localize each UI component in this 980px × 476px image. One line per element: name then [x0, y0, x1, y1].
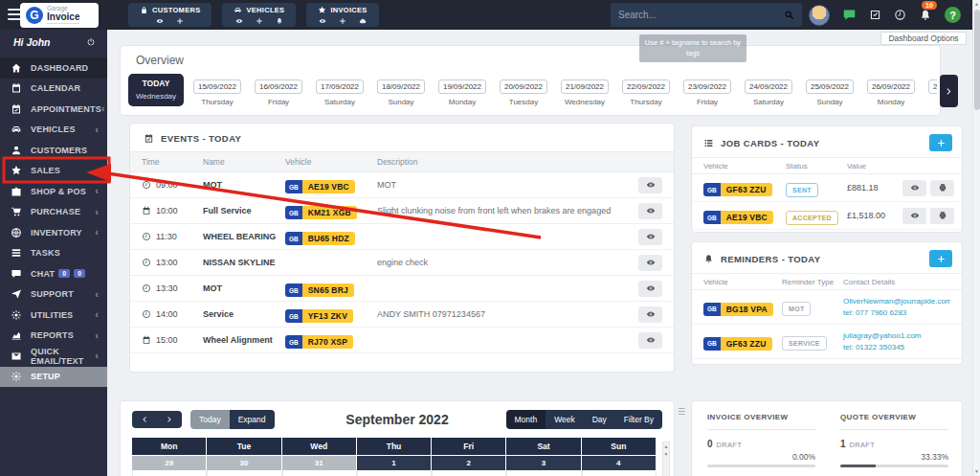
nav-customers-button[interactable]: CUSTOMERS	[128, 3, 212, 27]
sidebar-item-reports[interactable]: REPORTS‹	[0, 326, 107, 347]
calendar-day-cell[interactable]: 1	[357, 455, 432, 470]
view-event-button[interactable]	[638, 306, 662, 323]
vehicle-plate[interactable]: GBRJ70 XSP	[285, 335, 353, 349]
avatar[interactable]	[809, 5, 830, 26]
calendar-day-cell[interactable]: 31	[282, 455, 357, 470]
calendar-view-filter-by[interactable]: Filter By	[615, 410, 662, 429]
vehicle-plate[interactable]: GBGF63 ZZU	[703, 337, 772, 351]
calendar-empty-cell[interactable]	[282, 470, 357, 476]
add-reminder-button[interactable]	[929, 250, 952, 267]
date-button[interactable]: 20/09/2022Tuesday	[496, 74, 551, 106]
scroll-up-arrow[interactable]: ▲	[973, 0, 980, 9]
sidebar-item-quick-email-text[interactable]: QUICK EMAIL/TEXT‹	[0, 346, 107, 367]
help-icon[interactable]: ?	[945, 7, 961, 23]
date-button[interactable]: 16/09/2022Friday	[251, 74, 306, 106]
vehicle-plate[interactable]: GBAE19 VBC	[285, 180, 355, 193]
date-button[interactable]: 17/09/2022Saturday	[312, 74, 368, 106]
sidebar-item-calendar[interactable]: CALENDAR	[0, 79, 107, 100]
calendar-day-cell[interactable]: 4	[582, 455, 657, 470]
scroll-down-arrow[interactable]: ▼	[973, 467, 980, 476]
scroll-thumb[interactable]	[974, 10, 980, 110]
calendar-day-cell[interactable]: 29	[132, 455, 207, 470]
sidebar-item-chat[interactable]: CHAT00	[0, 263, 107, 284]
date-button[interactable]: 15/09/2022Thursday	[189, 74, 245, 106]
clock-icon[interactable]	[894, 9, 906, 21]
vehicle-plate[interactable]: GBBU65 HDZ	[285, 232, 355, 245]
sidebar-item-vehicles[interactable]: VEHICLES‹	[0, 120, 107, 141]
add-job-card-button[interactable]	[929, 134, 952, 151]
vehicle-plate[interactable]: GBGF63 ZZU	[703, 183, 772, 196]
calendar-empty-cell[interactable]	[207, 470, 281, 476]
eye-icon[interactable]	[319, 17, 326, 25]
cloud-icon[interactable]	[359, 17, 367, 25]
page-scrollbar[interactable]: ▲ ▼	[972, 0, 980, 476]
menu-icon[interactable]	[8, 9, 21, 20]
carousel-next-button[interactable]	[940, 75, 958, 107]
date-button[interactable]: 22/09/2022Thursday	[618, 74, 674, 106]
view-job-card-button[interactable]	[902, 208, 926, 224]
calendar-empty-cell[interactable]	[506, 470, 581, 476]
sidebar-item-customers[interactable]: CUSTOMERS	[0, 140, 107, 161]
plus-icon[interactable]	[339, 17, 346, 25]
date-button[interactable]: 27/09/2022Tuesday	[924, 74, 937, 106]
chart-menu-icon[interactable]: ☰	[678, 407, 684, 417]
bell-icon[interactable]	[919, 9, 932, 22]
plus-icon[interactable]	[176, 17, 184, 25]
sidebar-item-appointments[interactable]: APPOINTMENTS‹	[0, 99, 107, 120]
sidebar-item-setup[interactable]: SETUP	[0, 367, 107, 388]
calendar-day-cell[interactable]: 2	[432, 455, 506, 470]
date-button[interactable]: 26/09/2022Monday	[863, 74, 919, 106]
view-event-button[interactable]	[638, 229, 662, 245]
calendar-empty-cell[interactable]	[582, 470, 657, 476]
view-event-button[interactable]	[638, 255, 662, 271]
calendar-prev-button[interactable]	[132, 411, 157, 428]
search-icon[interactable]	[784, 10, 794, 20]
calendar-expand-button[interactable]: Expand	[230, 410, 275, 429]
bell-icon[interactable]	[276, 17, 283, 25]
calendar-empty-cell[interactable]	[132, 470, 207, 476]
calendar-view-month[interactable]: Month	[506, 410, 546, 429]
date-button[interactable]: 19/09/2022Monday	[434, 74, 490, 106]
search-input[interactable]	[618, 10, 784, 20]
eye-icon[interactable]	[156, 17, 164, 25]
calendar-next-button[interactable]	[157, 411, 182, 428]
sidebar-item-support[interactable]: SUPPORT‹	[0, 284, 107, 306]
nav-invoices-button[interactable]: INVOICES	[306, 3, 378, 27]
calendar-day-cell[interactable]: 3	[506, 455, 581, 470]
print-job-card-button[interactable]	[930, 208, 954, 224]
view-event-button[interactable]	[638, 332, 662, 349]
print-job-card-button[interactable]	[930, 180, 954, 196]
view-event-button[interactable]	[638, 177, 662, 193]
vehicle-plate[interactable]: GBBG18 VPA	[703, 303, 773, 316]
view-event-button[interactable]	[638, 203, 662, 219]
sidebar-item-purchase[interactable]: PURCHASE‹	[0, 202, 107, 223]
contact-email-link[interactable]: OliverNewman@jourrapide.com	[843, 296, 950, 307]
date-button[interactable]: 23/09/2022Friday	[679, 74, 735, 106]
sidebar-item-utilities[interactable]: UTILITIES‹	[0, 305, 107, 326]
sidebar-item-inventory[interactable]: INVENTORY‹	[0, 222, 107, 243]
vehicle-plate[interactable]: GBSN65 BRJ	[285, 283, 354, 297]
calendar-empty-cell[interactable]	[432, 470, 506, 476]
app-logo[interactable]: G Garage Invoice	[20, 3, 99, 28]
date-button[interactable]: 24/09/2022Saturday	[741, 74, 796, 106]
vehicle-plate[interactable]: GBYF13 ZKV	[285, 309, 353, 323]
power-icon[interactable]	[86, 37, 96, 47]
view-event-button[interactable]	[638, 281, 662, 297]
plus-icon[interactable]	[256, 17, 263, 25]
chat-icon[interactable]	[842, 8, 857, 22]
sidebar-item-shop-pos[interactable]: SHOP & POS‹	[0, 181, 107, 202]
calendar-day-cell[interactable]: 30	[207, 455, 281, 470]
nav-vehicles-button[interactable]: VEHICLES	[222, 3, 296, 27]
view-job-card-button[interactable]	[902, 180, 926, 196]
eye-icon[interactable]	[235, 17, 243, 25]
calendar-empty-cell[interactable]	[357, 470, 432, 476]
vehicle-plate[interactable]: GBKM21 XGB	[285, 206, 357, 219]
date-button-today[interactable]: TODAYWednesday	[128, 74, 184, 106]
sidebar-item-tasks[interactable]: TASKS	[0, 243, 107, 264]
date-button[interactable]: 18/09/2022Sunday	[373, 74, 429, 106]
contact-email-link[interactable]: juliagray@yahoo1.com	[843, 330, 950, 342]
calendar-view-day[interactable]: Day	[584, 410, 615, 429]
calendar-today-button[interactable]: Today	[190, 410, 230, 429]
sidebar-item-sales[interactable]: SALES‹	[0, 161, 107, 182]
calendar-view-week[interactable]: Week	[546, 410, 584, 429]
